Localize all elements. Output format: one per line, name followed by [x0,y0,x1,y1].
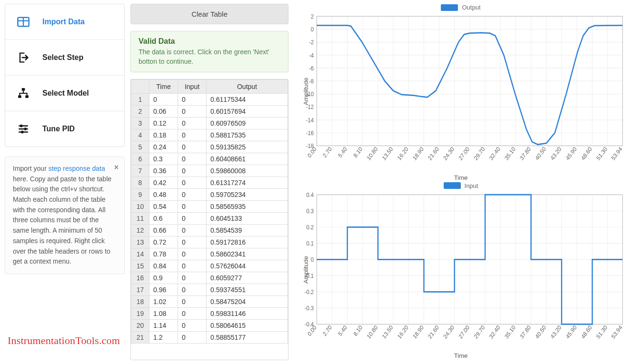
rownum-cell[interactable]: 11 [131,213,149,225]
data-cell[interactable]: 0 [178,308,207,320]
data-cell[interactable]: 0 [178,248,207,260]
rownum-cell[interactable]: 20 [131,320,149,332]
nav-item-tune-pid[interactable]: Tune PID [5,111,124,147]
data-cell[interactable]: 0 [178,296,207,308]
rownum-cell[interactable]: 6 [131,153,149,165]
data-cell[interactable]: 0 [178,153,207,165]
rownum-cell[interactable]: 4 [131,129,149,141]
rownum-cell[interactable]: 14 [131,248,149,260]
data-cell[interactable]: 0 [149,94,178,106]
table-row[interactable]: 150.8400.57626044 [131,260,288,272]
data-cell[interactable]: 0 [178,236,207,248]
rownum-cell[interactable]: 3 [131,118,149,129]
rownum-cell[interactable]: 12 [131,225,149,236]
data-cell[interactable]: 0.6059277 [207,272,288,284]
data-cell[interactable]: 0 [178,320,207,332]
data-cell[interactable]: 0 [178,141,207,153]
data-cell[interactable]: 0.18 [149,129,178,141]
rownum-cell[interactable]: 18 [131,296,149,308]
data-cell[interactable]: 0.59135825 [207,141,288,153]
rownum-cell[interactable]: 2 [131,106,149,118]
col-output[interactable]: Output [207,80,288,94]
table-row[interactable]: 140.7800.58602341 [131,248,288,260]
rownum-cell[interactable]: 15 [131,260,149,272]
data-cell[interactable]: 0.72 [149,236,178,248]
data-cell[interactable]: 0.59860008 [207,165,288,177]
data-cell[interactable]: 0 [178,106,207,118]
data-cell[interactable]: 0.84 [149,260,178,272]
data-cell[interactable]: 0.3 [149,153,178,165]
nav-item-select-step[interactable]: Select Step [5,40,124,76]
data-cell[interactable]: 0.60157694 [207,106,288,118]
data-cell[interactable]: 0.59705234 [207,189,288,201]
data-cell[interactable]: 0.24 [149,141,178,153]
data-cell[interactable]: 0.60976509 [207,118,288,129]
data-cell[interactable]: 0.6045133 [207,213,288,225]
table-row[interactable]: 191.0800.59831146 [131,308,288,320]
data-cell[interactable]: 0 [178,284,207,296]
data-cell[interactable]: 0 [178,332,207,344]
data-cell[interactable]: 0 [178,165,207,177]
col-input[interactable]: Input [178,80,207,94]
data-table-container[interactable]: TimeInputOutput 1000.6117534420.0600.601… [130,79,288,360]
table-row[interactable]: 60.300.60408661 [131,153,288,165]
nav-item-select-model[interactable]: Select Model [5,76,124,111]
table-row[interactable]: 211.200.58855177 [131,332,288,344]
table-row[interactable]: 50.2400.59135825 [131,141,288,153]
data-cell[interactable]: 0.58064615 [207,320,288,332]
clear-table-button[interactable]: Clear Table [130,4,288,24]
data-cell[interactable]: 0.9 [149,272,178,284]
data-cell[interactable]: 0.61317274 [207,177,288,189]
table-row[interactable]: 80.4200.61317274 [131,177,288,189]
data-cell[interactable]: 0 [178,94,207,106]
rownum-cell[interactable]: 1 [131,94,149,106]
data-cell[interactable]: 0.59172816 [207,236,288,248]
rownum-cell[interactable]: 21 [131,332,149,344]
col-time[interactable]: Time [149,80,178,94]
rownum-cell[interactable]: 5 [131,141,149,153]
data-cell[interactable]: 0.58475204 [207,296,288,308]
data-cell[interactable]: 0.36 [149,165,178,177]
data-cell[interactable]: 0 [178,177,207,189]
close-icon[interactable]: × [114,162,119,174]
data-cell[interactable]: 0 [178,260,207,272]
data-cell[interactable]: 0.61175344 [207,94,288,106]
data-cell[interactable]: 0.54 [149,201,178,213]
table-row[interactable]: 130.7200.59172816 [131,236,288,248]
data-cell[interactable]: 1.08 [149,308,178,320]
table-row[interactable]: 181.0200.58475204 [131,296,288,308]
data-table[interactable]: TimeInputOutput 1000.6117534420.0600.601… [131,79,288,344]
data-cell[interactable]: 0.59831146 [207,308,288,320]
table-row[interactable]: 170.9600.59374551 [131,284,288,296]
data-cell[interactable]: 0 [178,189,207,201]
data-cell[interactable]: 0.58855177 [207,332,288,344]
data-cell[interactable]: 0.6 [149,213,178,225]
table-row[interactable]: 90.4800.59705234 [131,189,288,201]
rownum-cell[interactable]: 13 [131,236,149,248]
nav-item-import-data[interactable]: Import Data [5,4,124,40]
data-cell[interactable]: 0.58602341 [207,248,288,260]
col-rownum[interactable] [131,80,149,94]
data-cell[interactable]: 0 [178,225,207,236]
rownum-cell[interactable]: 17 [131,284,149,296]
table-row[interactable]: 70.3600.59860008 [131,165,288,177]
table-row[interactable]: 40.1800.58817535 [131,129,288,141]
data-cell[interactable]: 0.42 [149,177,178,189]
data-cell[interactable]: 0.60408661 [207,153,288,165]
data-cell[interactable]: 1.2 [149,332,178,344]
rownum-cell[interactable]: 19 [131,308,149,320]
data-cell[interactable]: 0.58817535 [207,129,288,141]
table-row[interactable]: 1000.61175344 [131,94,288,106]
table-row[interactable]: 110.600.6045133 [131,213,288,225]
data-cell[interactable]: 0.59374551 [207,284,288,296]
data-cell[interactable]: 0 [178,201,207,213]
table-row[interactable]: 201.1400.58064615 [131,320,288,332]
data-cell[interactable]: 0.96 [149,284,178,296]
data-cell[interactable]: 0.48 [149,189,178,201]
rownum-cell[interactable]: 8 [131,177,149,189]
rownum-cell[interactable]: 16 [131,272,149,284]
rownum-cell[interactable]: 7 [131,165,149,177]
table-row[interactable]: 30.1200.60976509 [131,118,288,129]
data-cell[interactable]: 0.57626044 [207,260,288,272]
data-cell[interactable]: 0 [178,272,207,284]
